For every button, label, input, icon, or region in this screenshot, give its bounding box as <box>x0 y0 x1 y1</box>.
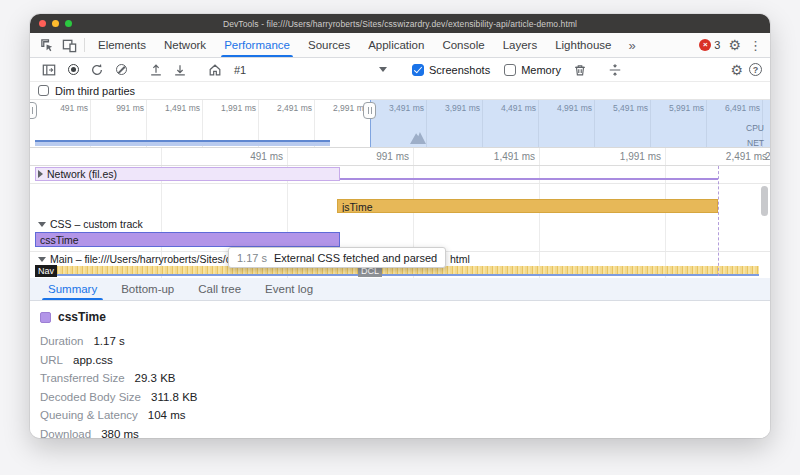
chevron-down-icon <box>379 67 387 72</box>
tab-event-log[interactable]: Event log <box>255 278 323 300</box>
tab-application[interactable]: Application <box>359 33 433 57</box>
capture-settings-gear-icon[interactable]: ⚙ <box>730 63 743 77</box>
tab-summary[interactable]: Summary <box>38 278 107 300</box>
record-and-reload-icon[interactable] <box>86 60 108 80</box>
device-toolbar-icon[interactable] <box>58 33 80 57</box>
overview-tick: 1,491 ms <box>140 103 200 113</box>
detail-tick: 491 ms <box>213 151 283 162</box>
detail-tick: 1,991 ms <box>591 151 661 162</box>
dim-third-parties-row: Dim third parties <box>30 82 770 100</box>
window-titlebar: DevTools - file:///Users/harryroberts/Si… <box>30 14 770 33</box>
network-request-tail-line <box>340 178 718 180</box>
traffic-lights <box>39 20 72 27</box>
overview-tick: 2,991 ms <box>308 103 368 113</box>
minimize-window-button[interactable] <box>52 20 59 27</box>
tab-sources[interactable]: Sources <box>299 33 359 57</box>
tooltip-duration: 1.17 s <box>237 252 267 264</box>
screenshots-checkbox[interactable]: Screenshots <box>406 64 496 76</box>
download-profile-icon[interactable] <box>169 60 191 80</box>
dim-third-parties-label: Dim third parties <box>55 85 135 97</box>
network-activity-bar <box>35 140 330 146</box>
network-track-header[interactable]: Network (fil.es) <box>38 168 117 180</box>
error-icon: × <box>699 39 711 51</box>
csstime-event-bar[interactable]: cssTime <box>35 232 340 247</box>
divider <box>84 38 85 52</box>
tab-lighthouse[interactable]: Lighthouse <box>546 33 620 57</box>
timeline-detail[interactable]: 491 ms 991 ms 1,491 ms 1,991 ms 2,491 ms… <box>30 148 770 278</box>
close-window-button[interactable] <box>39 20 46 27</box>
jstime-event-bar[interactable]: jsTime <box>337 199 718 213</box>
tab-layers[interactable]: Layers <box>494 33 547 57</box>
tab-call-tree[interactable]: Call tree <box>188 278 251 300</box>
console-errors-badge[interactable]: × 3 <box>699 39 720 51</box>
summary-row: URL app.css <box>40 351 770 370</box>
disclosure-expanded-icon <box>38 222 46 227</box>
window-title: DevTools - file:///Users/harryroberts/Si… <box>30 19 770 29</box>
detail-tick: 1,491 ms <box>465 151 535 162</box>
settings-gear-icon[interactable]: ⚙ <box>728 38 741 52</box>
css-track-header[interactable]: CSS – custom track <box>38 218 143 230</box>
summary-row: Queuing & Latency 104 ms <box>40 406 770 425</box>
recording-history-select[interactable]: #1 <box>228 61 393 79</box>
main-track-header[interactable]: Main – file:///Users/harryroberts/Sites/… <box>38 253 231 265</box>
gridline <box>665 148 666 278</box>
clear-recording-icon[interactable] <box>110 60 132 80</box>
gridline <box>539 148 540 278</box>
detail-tick: 991 ms <box>339 151 409 162</box>
summary-pane: cssTime Duration 1.17 s URL app.css Tran… <box>30 301 770 438</box>
summary-row: Transferred Size 29.3 KB <box>40 369 770 388</box>
devtools-window: DevTools - file:///Users/harryroberts/Si… <box>30 14 770 438</box>
divider <box>30 183 770 184</box>
kebab-menu-icon[interactable]: ⋮ <box>749 39 762 52</box>
tooltip-text: External CSS fetched and parsed <box>274 252 437 264</box>
disclosure-collapsed-icon <box>38 170 43 178</box>
overview-tick: 2,491 ms <box>252 103 312 113</box>
vertical-scrollbar[interactable] <box>761 186 768 216</box>
tabbar-right-cluster: × 3 ⚙ ⋮ <box>699 33 770 57</box>
inspect-element-icon[interactable] <box>36 33 58 57</box>
devtools-tabbar: Elements Network Performance Sources App… <box>30 33 770 58</box>
tab-console[interactable]: Console <box>433 33 493 57</box>
selection-left-handle[interactable] <box>30 102 37 119</box>
tab-elements[interactable]: Elements <box>89 33 155 57</box>
dim-third-parties-checkbox[interactable] <box>38 85 49 96</box>
summary-row: Decoded Body Size 311.8 KB <box>40 388 770 407</box>
event-color-swatch <box>40 312 51 323</box>
overview-selection-overlay <box>370 100 770 147</box>
checkbox-checked-icon <box>412 64 424 76</box>
bottom-panel-tabbar: Summary Bottom-up Call tree Event log <box>30 278 770 301</box>
collect-garbage-icon[interactable] <box>569 60 591 80</box>
overview-tick: 491 ms <box>30 103 88 113</box>
tab-bottom-up[interactable]: Bottom-up <box>111 278 184 300</box>
tab-network[interactable]: Network <box>155 33 215 57</box>
detail-tick: 2,491 ms <box>697 151 767 162</box>
history-selected-value: #1 <box>234 64 246 76</box>
upload-profile-icon[interactable] <box>145 60 167 80</box>
disclosure-expanded-icon <box>38 257 46 262</box>
memory-label: Memory <box>521 64 561 76</box>
zoom-window-button[interactable] <box>65 20 72 27</box>
tab-performance[interactable]: Performance <box>215 33 299 57</box>
help-icon[interactable]: ? <box>749 63 762 76</box>
error-count: 3 <box>714 39 720 51</box>
event-end-marker-line <box>718 166 719 276</box>
event-tooltip: 1.17 s External CSS fetched and parsed <box>228 247 446 268</box>
summary-row: Duration 1.17 s <box>40 332 770 351</box>
timeline-overview[interactable]: 491 ms 991 ms 1,491 ms 1,991 ms 2,491 ms… <box>30 100 770 148</box>
live-metrics-home-icon[interactable] <box>204 60 226 80</box>
selection-right-handle[interactable] <box>363 102 376 119</box>
toggle-sidebar-icon[interactable] <box>38 60 60 80</box>
summary-title-row: cssTime <box>40 310 770 324</box>
performance-toolbar: #1 Screenshots Memory ⚙ ? <box>30 58 770 82</box>
screenshots-label: Screenshots <box>429 64 490 76</box>
detail-tick-clipped: 2,9 <box>765 151 770 162</box>
main-track-header-suffix: html <box>450 253 470 265</box>
summary-row: Download 380 ms <box>40 425 770 439</box>
isolate-track-icon[interactable] <box>604 60 626 80</box>
record-button[interactable] <box>62 60 84 80</box>
divider <box>30 165 770 166</box>
memory-checkbox[interactable]: Memory <box>498 64 567 76</box>
checkbox-unchecked-icon <box>504 64 516 76</box>
overview-tick: 991 ms <box>84 103 144 113</box>
more-tabs-chevron-icon[interactable]: » <box>620 33 643 57</box>
